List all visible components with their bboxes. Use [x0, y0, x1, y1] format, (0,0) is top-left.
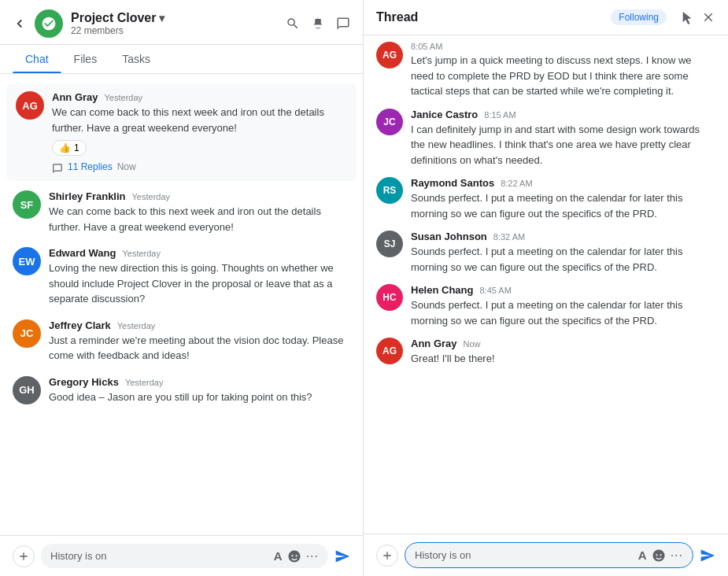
right-add-button[interactable]: [376, 545, 398, 567]
avatar: SJ: [376, 231, 403, 257]
message-text: Good idea – Jason are you still up for t…: [49, 390, 350, 405]
reaction-badge[interactable]: 👍 1: [52, 140, 87, 156]
message-author: Shirley Franklin: [49, 190, 126, 202]
message-time: Yesterday: [122, 249, 161, 258]
thread-message: JC Janice Castro 8:15 AM I can definitel…: [376, 109, 715, 168]
message-time: Yesterday: [132, 192, 171, 201]
thread-message: HC Helen Chang 8:45 AM Sounds perfect. I…: [376, 284, 715, 328]
thread-message: AG Ann Gray Now Great! I'll be there!: [376, 338, 715, 367]
avatar: AG: [16, 91, 44, 120]
reaction-count: 1: [74, 142, 79, 153]
thread-message: AG 8:05 AM Let's jump in a quick meeting…: [376, 42, 715, 99]
thread-title: Thread: [376, 10, 603, 24]
messages-list: AG Ann Gray Yesterday We can come back t…: [0, 74, 363, 535]
message-content: Edward Wang Yesterday Loving the new dir…: [49, 247, 350, 307]
thread-messages-list: AG 8:05 AM Let's jump in a quick meeting…: [364, 35, 728, 534]
thread-message-content: Helen Chang 8:45 AM Sounds perfect. I pu…: [411, 284, 715, 328]
right-format-text-icon[interactable]: A: [638, 548, 647, 562]
avatar: AG: [376, 338, 403, 364]
thread-author: Raymond Santos: [411, 177, 494, 189]
cursor-icon: [681, 10, 693, 24]
thread-text: Sounds perfect. I put a meeting on the c…: [411, 244, 715, 275]
thread-message-content: Raymond Santos 8:22 AM Sounds perfect. I…: [411, 177, 715, 221]
message-text: We can come back to this next week and i…: [52, 105, 347, 135]
header-actions: [286, 17, 350, 31]
message-button[interactable]: [336, 17, 350, 31]
tab-files[interactable]: Files: [61, 45, 110, 73]
right-message-input-placeholder[interactable]: History is on: [415, 549, 634, 561]
project-name: Project Clover: [71, 11, 156, 25]
message-text: Loving the new direction this is going. …: [49, 260, 350, 307]
header-info: Project Clover ▾ 22 members: [71, 11, 278, 36]
app-container: Project Clover ▾ 22 members: [0, 0, 728, 576]
message-author: Jeffrey Clark: [49, 319, 111, 331]
message-author: Ann Gray: [52, 91, 98, 103]
thread-text: I can definitely jump in and start with …: [411, 122, 715, 168]
message-input-placeholder[interactable]: History is on: [50, 550, 269, 562]
thread-message-content: Ann Gray Now Great! I'll be there!: [411, 338, 715, 367]
format-text-icon[interactable]: A: [274, 549, 283, 563]
thread-text: Sounds perfect. I put a meeting on the c…: [411, 297, 715, 328]
replies-time: Now: [117, 161, 136, 172]
message-content: Shirley Franklin Yesterday We can come b…: [49, 190, 350, 234]
search-button[interactable]: [286, 17, 300, 31]
message-author: Edward Wang: [49, 247, 116, 259]
avatar: HC: [376, 284, 403, 311]
thread-time: 8:22 AM: [501, 179, 532, 188]
thread-time: 8:32 AM: [493, 232, 525, 242]
thread-message: RS Raymond Santos 8:22 AM Sounds perfect…: [376, 177, 715, 221]
thread-message-header: 8:05 AM: [411, 42, 715, 51]
message-time: Yesterday: [125, 378, 164, 387]
thread-message-header: Helen Chang 8:45 AM: [411, 284, 715, 296]
thread-message: SJ Susan Johnson 8:32 AM Sounds perfect.…: [376, 231, 715, 275]
send-button[interactable]: [334, 548, 350, 564]
thread-message-content: Janice Castro 8:15 AM I can definitely j…: [411, 109, 715, 168]
right-message-input-box[interactable]: History is on A ···: [405, 542, 693, 568]
right-send-button[interactable]: [700, 548, 715, 563]
message-item: EW Edward Wang Yesterday Loving the new …: [0, 241, 363, 313]
message-header: Ann Gray Yesterday: [52, 91, 347, 103]
project-avatar: [35, 9, 63, 38]
message-header: Edward Wang Yesterday: [49, 247, 350, 259]
emoji-icon[interactable]: [287, 548, 301, 563]
more-options-icon[interactable]: ···: [306, 549, 319, 563]
following-badge[interactable]: Following: [611, 9, 667, 25]
close-button[interactable]: [701, 10, 715, 24]
thread-text: Sounds perfect. I put a meeting on the c…: [411, 190, 715, 221]
thread-time: 8:15 AM: [484, 110, 516, 120]
message-item: JC Jeffrey Clark Yesterday Just a remind…: [0, 313, 363, 370]
message-content: Jeffrey Clark Yesterday Just a reminder …: [49, 319, 350, 364]
thread-text: Let's jump in a quick meeting to discuss…: [411, 53, 715, 99]
back-button[interactable]: [13, 17, 27, 31]
message-header: Jeffrey Clark Yesterday: [49, 319, 350, 331]
message-content: Gregory Hicks Yesterday Good idea – Jaso…: [49, 376, 350, 405]
message-content: Ann Gray Yesterday We can come back to t…: [52, 91, 347, 173]
message-text: We can come back to this next week and i…: [49, 204, 350, 234]
thread-author: Ann Gray: [411, 338, 457, 349]
reply-icon: [52, 161, 63, 173]
replies-row[interactable]: 11 Replies Now: [52, 161, 347, 173]
thread-header: Thread Following: [364, 0, 728, 35]
thread-message-content: Susan Johnson 8:32 AM Sounds perfect. I …: [411, 231, 715, 275]
avatar: JC: [13, 319, 41, 348]
left-panel: Project Clover ▾ 22 members: [0, 0, 364, 576]
avatar: GH: [13, 376, 41, 404]
right-emoji-icon[interactable]: [652, 548, 666, 563]
left-input-area: History is on A ···: [0, 535, 363, 576]
add-button[interactable]: [13, 545, 35, 567]
thread-message-header: Raymond Santos 8:22 AM: [411, 177, 715, 189]
right-more-options-icon[interactable]: ···: [671, 548, 683, 563]
thread-time: 8:05 AM: [411, 42, 442, 51]
tab-chat[interactable]: Chat: [13, 45, 61, 73]
members-count: 22 members: [71, 25, 278, 36]
project-title: Project Clover ▾: [71, 11, 278, 25]
avatar: SF: [13, 190, 41, 219]
tab-tasks[interactable]: Tasks: [109, 45, 163, 73]
message-time: Yesterday: [105, 93, 143, 102]
pin-button[interactable]: [311, 17, 325, 31]
message-input-box[interactable]: History is on A ···: [41, 544, 328, 568]
title-chevron-icon[interactable]: ▾: [159, 12, 164, 24]
reaction-row: 👍 1: [52, 140, 347, 156]
chat-header: Project Clover ▾ 22 members: [0, 0, 363, 45]
message-item: AG Ann Gray Yesterday We can come back t…: [6, 83, 357, 181]
